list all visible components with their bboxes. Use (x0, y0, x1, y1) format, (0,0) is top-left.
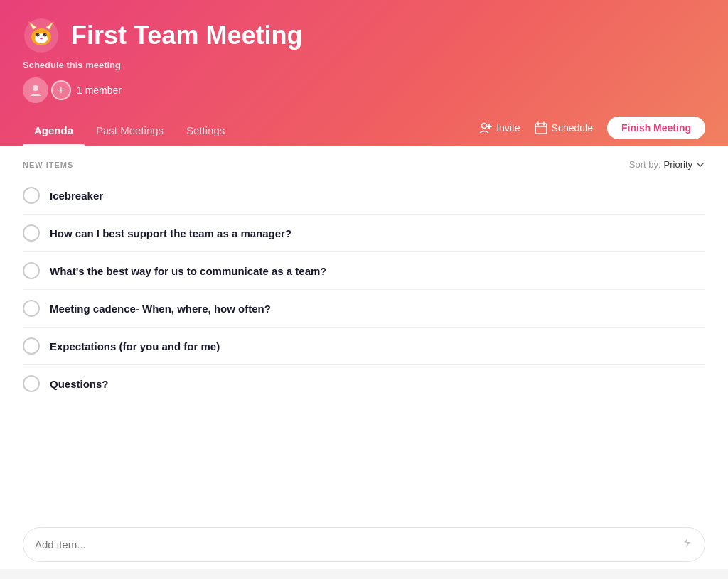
main-content: NEW ITEMS Sort by: Priority Icebreaker H… (0, 146, 728, 569)
sort-value: Priority (664, 159, 692, 170)
item-checkbox[interactable] (23, 187, 40, 204)
tab-past-meetings[interactable]: Past Meetings (85, 114, 175, 146)
agenda-list: Icebreaker How can I best support the te… (23, 177, 705, 402)
item-text: Expectations (for you and for me) (50, 340, 220, 352)
item-checkbox[interactable] (23, 224, 40, 242)
sort-prefix: Sort by: (629, 159, 661, 170)
agenda-item[interactable]: Questions? (23, 365, 705, 402)
svg-point-8 (43, 33, 47, 37)
item-text: What's the best way for us to communicat… (50, 265, 327, 277)
lightning-icon (680, 536, 693, 549)
item-checkbox[interactable] (23, 262, 40, 279)
svg-point-13 (482, 123, 487, 128)
header-top: First Team Meeting (23, 17, 705, 54)
member-count: 1 member (77, 85, 122, 96)
chevron-down-icon (695, 160, 705, 170)
svg-point-12 (33, 85, 38, 91)
agenda-item[interactable]: Expectations (for you and for me) (23, 328, 705, 365)
svg-point-11 (40, 38, 43, 39)
calendar-icon (535, 121, 547, 134)
schedule-button[interactable]: Schedule (535, 121, 593, 134)
tab-settings[interactable]: Settings (175, 114, 236, 146)
invite-icon (479, 121, 492, 134)
item-checkbox[interactable] (23, 300, 40, 317)
agenda-item[interactable]: Icebreaker (23, 177, 705, 215)
invite-label: Invite (496, 122, 520, 134)
nav-bar: Agenda Past Meetings Settings Invite (23, 114, 705, 146)
add-member-button[interactable]: + (51, 80, 71, 100)
section-label: NEW ITEMS (23, 161, 73, 169)
svg-point-10 (45, 33, 46, 35)
item-text: How can I best support the team as a man… (50, 227, 291, 239)
finish-meeting-button[interactable]: Finish Meeting (607, 117, 705, 139)
header: First Team Meeting Schedule this meeting… (0, 0, 728, 146)
members-row: + 1 member (23, 77, 705, 103)
tab-agenda[interactable]: Agenda (23, 114, 85, 146)
meeting-title: First Team Meeting (71, 21, 302, 50)
agenda-item[interactable]: Meeting cadence- When, where, how often? (23, 290, 705, 328)
app-logo (23, 17, 60, 54)
invite-button[interactable]: Invite (479, 121, 520, 134)
agenda-item[interactable]: How can I best support the team as a man… (23, 215, 705, 252)
item-text: Icebreaker (50, 190, 103, 202)
nav-tabs: Agenda Past Meetings Settings (23, 114, 236, 146)
nav-actions: Invite Schedule Finish Meeting (479, 117, 705, 145)
avatar (23, 77, 48, 103)
agenda-item[interactable]: What's the best way for us to communicat… (23, 252, 705, 290)
item-text: Meeting cadence- When, where, how often? (50, 303, 271, 315)
sort-control[interactable]: Sort by: Priority (629, 159, 705, 170)
section-header: NEW ITEMS Sort by: Priority (23, 146, 705, 177)
item-checkbox[interactable] (23, 375, 40, 392)
schedule-label: Schedule (552, 122, 593, 134)
svg-point-7 (36, 33, 40, 37)
item-checkbox[interactable] (23, 337, 40, 355)
add-item-input[interactable] (35, 539, 680, 551)
svg-rect-16 (535, 124, 547, 134)
add-item-bar (23, 527, 705, 562)
schedule-label: Schedule this meeting (23, 60, 705, 70)
svg-point-9 (38, 33, 39, 35)
item-text: Questions? (50, 378, 109, 390)
lightning-button[interactable] (680, 536, 693, 553)
